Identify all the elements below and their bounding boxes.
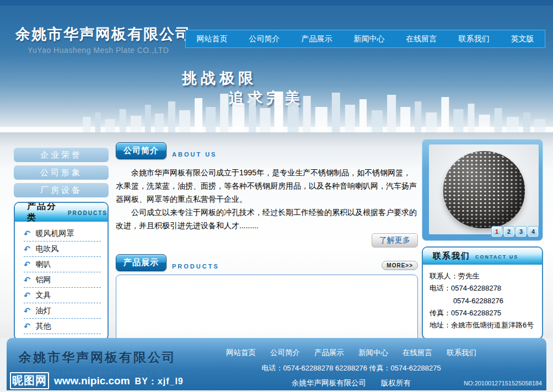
contact-details: 联系人：劳先生 电话：0574-62288278 0574-62288276 传… xyxy=(423,265,542,339)
company-intro-text: 余姚市华声网板有限公司成立于1995年，是专业生产不锈钢制品，如不锈钢网篮，水果… xyxy=(116,166,418,232)
main-navbar: 网站首页 公司简介 产品展示 新闻中心 在线留言 联系我们 英文版 xyxy=(185,30,545,48)
contact-panel-header: 联系我们 CONTACT US xyxy=(423,248,542,265)
category-label: 暖风机网罩 xyxy=(36,229,74,239)
category-label: 喇叭 xyxy=(36,260,51,270)
contact-title: 联系我们 xyxy=(433,251,470,261)
footer: 余姚市华声网板有限公司 YuYao Huasheng Mesh Plate CO… xyxy=(7,338,546,390)
contact-phone-2: 0574-62288276 xyxy=(429,295,538,307)
top-border-strip xyxy=(0,0,553,6)
contact-fax: 传真：0574-62288275 xyxy=(429,307,538,319)
right-column: 1 2 3 4 联系我们 CONTACT US 联系人：劳先生 电话：0574-… xyxy=(422,139,543,340)
product-category-list: ↶ 暖风机网罩 ↶ 电吹风 ↶ 喇叭 ↶ 铝网 xyxy=(15,222,108,340)
products-more-button[interactable]: MORE>> xyxy=(382,261,418,270)
mesh-dome-product-image xyxy=(443,151,525,228)
nav-products[interactable]: 产品展示 xyxy=(302,34,332,44)
left-sidebar: 企业荣誉 公司形象 厂房设备 产品分类 PRODUCTS ↶ 暖风机网罩 ↶ 电… xyxy=(14,148,109,341)
product-photo xyxy=(429,144,539,234)
arrow-icon: ↶ xyxy=(23,228,32,239)
arrow-icon: ↶ xyxy=(23,259,32,270)
arrow-icon: ↶ xyxy=(23,243,32,255)
footer-link-products[interactable]: 产品展示 xyxy=(314,348,344,358)
sidebar-button-image[interactable]: 公司形象 xyxy=(14,165,109,180)
arrow-icon: ↶ xyxy=(23,274,32,286)
footer-company-name: 余姚市华声网板有限公司 xyxy=(19,349,176,366)
product-categories-subtitle: PRODUCTS xyxy=(68,208,108,216)
product-gallery: 1 2 3 4 xyxy=(422,139,543,241)
product-categories-title: 产品分类 xyxy=(27,202,62,224)
company-name: 余姚市华声网板有限公司 xyxy=(15,24,191,44)
footer-phone-line: 电话：0574-62288278 62288276 传真：0574-622882… xyxy=(211,363,492,373)
footer-serial-number: NO:20100127151525058184 xyxy=(464,380,542,386)
footer-link-about[interactable]: 公司简介 xyxy=(270,348,300,358)
watermark-author: BY：xjf_l9 xyxy=(135,376,184,388)
products-subtitle: PRODUCTS xyxy=(172,263,219,270)
nav-contact[interactable]: 联系我们 xyxy=(459,34,490,44)
footer-link-guestbook[interactable]: 在线留言 xyxy=(402,348,432,358)
about-tab-button[interactable]: 公司简介 xyxy=(116,142,167,159)
contact-phone-1: 电话：0574-62288278 xyxy=(429,282,538,294)
category-label: 油灯 xyxy=(36,306,51,316)
contact-person: 联系人：劳先生 xyxy=(429,270,538,282)
nipic-watermark: 昵图网 www.nipic.com BY：xjf_l9 xyxy=(10,372,184,389)
footer-link-contact[interactable]: 联系我们 xyxy=(447,348,476,358)
footer-center: 网站首页 公司简介 产品展示 新闻中心 在线留言 联系我们 电话：0574-62… xyxy=(211,348,492,388)
category-speaker[interactable]: ↶ 喇叭 xyxy=(24,257,101,272)
contact-subtitle: CONTACT US xyxy=(475,253,518,260)
footer-copyright: 余姚华声网板有限公司 版权所有 xyxy=(211,378,492,388)
arrow-icon: ↶ xyxy=(23,305,32,316)
website-page: 余姚市华声网板有限公司 YuYao Huasheng Mesh Plate CO… xyxy=(0,0,553,392)
about-more-row: 了解更多 xyxy=(116,233,418,248)
company-name-en: YuYao Huasheng Mesh Plate CO.,LTD xyxy=(15,46,191,55)
nav-home[interactable]: 网站首页 xyxy=(197,34,228,44)
page-button-1[interactable]: 1 xyxy=(492,227,502,237)
city-skyline-graphic xyxy=(0,88,553,132)
company-logo: 余姚市华声网板有限公司 YuYao Huasheng Mesh Plate CO… xyxy=(15,24,191,55)
category-heater-mesh[interactable]: ↶ 暖风机网罩 xyxy=(24,226,101,241)
about-subtitle: ABOUT US xyxy=(172,151,217,158)
products-section-header: 产品展示 PRODUCTS MORE>> xyxy=(116,254,418,271)
nav-english[interactable]: 英文版 xyxy=(511,34,534,44)
category-other[interactable]: ↶ 其他 xyxy=(24,319,101,334)
nav-about[interactable]: 公司简介 xyxy=(249,34,280,44)
product-categories-panel: 产品分类 PRODUCTS ↶ 暖风机网罩 ↶ 电吹风 ↶ 喇叭 xyxy=(14,202,109,341)
category-oil-lamp[interactable]: ↶ 油灯 xyxy=(24,303,101,319)
nav-guestbook[interactable]: 在线留言 xyxy=(406,34,437,44)
products-tab-button[interactable]: 产品展示 xyxy=(116,254,167,271)
watermark-url: www.nipic.com xyxy=(54,375,130,387)
contact-panel: 联系我们 CONTACT US 联系人：劳先生 电话：0574-62288278… xyxy=(422,246,543,340)
category-label: 其他 xyxy=(36,321,51,331)
product-categories-header: 产品分类 PRODUCTS xyxy=(15,203,108,222)
category-stationery[interactable]: ↶ 文具 xyxy=(24,288,101,303)
about-section-header: 公司简介 ABOUT US xyxy=(116,142,418,159)
arrow-icon: ↶ xyxy=(23,320,32,332)
content-area: 企业荣誉 公司形象 厂房设备 产品分类 PRODUCTS ↶ 暖风机网罩 ↶ 电… xyxy=(0,132,553,338)
watermark-site-name: 昵图网 xyxy=(10,372,49,389)
intro-paragraph-2: 公司成立以来专注于网板的冲孔技术，经过长期工作经验的累积以及根据客户要求的改进，… xyxy=(116,206,418,232)
category-label: 文具 xyxy=(36,291,51,300)
category-aluminum-mesh[interactable]: ↶ 铝网 xyxy=(24,272,101,288)
arrow-icon: ↶ xyxy=(23,289,32,301)
learn-more-button[interactable]: 了解更多 xyxy=(372,233,418,248)
page-button-4[interactable]: 4 xyxy=(528,227,538,237)
sidebar-button-honors[interactable]: 企业荣誉 xyxy=(14,148,109,162)
footer-link-news[interactable]: 新闻中心 xyxy=(358,348,388,358)
sidebar-button-facilities[interactable]: 厂房设备 xyxy=(14,183,109,197)
page-button-2[interactable]: 2 xyxy=(504,227,514,237)
category-label: 铝网 xyxy=(36,275,51,285)
category-hairdryer[interactable]: ↶ 电吹风 xyxy=(24,241,101,257)
main-column: 公司简介 ABOUT US 余姚市华声网板有限公司成立于1995年，是专业生产不… xyxy=(116,142,418,356)
gallery-pagination: 1 2 3 4 xyxy=(492,227,538,237)
header-banner: 余姚市华声网板有限公司 YuYao Huasheng Mesh Plate CO… xyxy=(0,6,553,132)
nav-news[interactable]: 新闻中心 xyxy=(354,34,385,44)
category-label: 电吹风 xyxy=(36,244,59,254)
intro-paragraph-1: 余姚市华声网板有限公司成立于1995年，是专业生产不锈钢制品，如不锈钢网篮，水果… xyxy=(116,166,418,206)
footer-links: 网站首页 公司简介 产品展示 新闻中心 在线留言 联系我们 xyxy=(211,348,492,358)
footer-link-home[interactable]: 网站首页 xyxy=(226,348,256,358)
page-button-3[interactable]: 3 xyxy=(516,227,526,237)
banner-slogan-1: 挑战极限 xyxy=(182,68,257,88)
contact-address: 地址：余姚市低塘街道新洋路6号 xyxy=(429,319,538,331)
